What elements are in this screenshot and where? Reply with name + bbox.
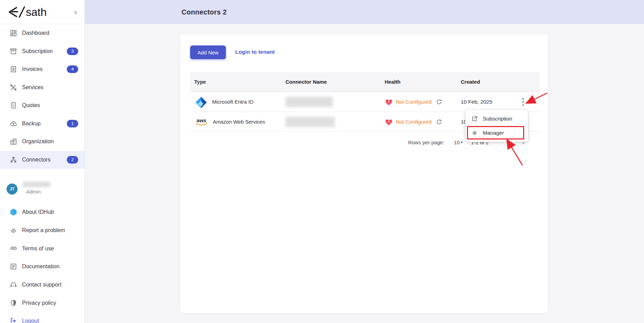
organization-icon: [9, 137, 18, 146]
shield-icon: [9, 299, 18, 307]
aws-logo: aws: [194, 116, 209, 128]
column-header-health: Health: [385, 79, 461, 85]
table-row: Microsoft Entra ID Not Configured 10 Feb…: [190, 92, 540, 112]
microsoft-entra-id-logo: [194, 95, 208, 109]
services-icon: [9, 83, 18, 92]
aws-logo-text: aws: [197, 117, 206, 123]
documentation-icon: [9, 262, 18, 271]
sidebar-footer-nav: About IDHub Report a problem Terms of us…: [0, 203, 84, 323]
sidebar-item-label: Privacy policy: [22, 300, 78, 306]
health-status: Not Configured: [396, 119, 432, 125]
column-header-created: Created: [461, 79, 521, 85]
redacted-connector-name: [285, 97, 333, 107]
idhub-hexagon-icon: [9, 208, 18, 216]
sidebar: sath ‹ Dashboard Subscription 3: [0, 0, 85, 323]
sidebar-item-label: Report a problem: [22, 227, 78, 233]
connectors-icon: [9, 156, 18, 164]
sath-logo: sath: [6, 4, 58, 20]
sidebar-item-invoices[interactable]: Invoices 4: [0, 60, 84, 79]
rows-per-page-value[interactable]: 10: [454, 139, 460, 145]
backup-icon: [9, 119, 18, 128]
sidebar-item-contact-support[interactable]: Contact support: [0, 276, 84, 294]
backup-count-badge: 1: [67, 120, 78, 127]
sidebar-item-services[interactable]: Services: [0, 79, 84, 97]
rows-per-page-caret-icon[interactable]: ▾: [461, 140, 463, 145]
sidebar-item-label: Invoices: [22, 66, 67, 72]
user-role: Admin: [23, 189, 50, 195]
add-new-button[interactable]: Add New: [190, 45, 226, 59]
annotation-highlight-box: [467, 126, 524, 139]
sidebar-item-logout[interactable]: Logout: [0, 312, 84, 323]
sidebar-item-label: Logout: [22, 318, 78, 323]
sidebar-item-connectors[interactable]: Connectors 2: [0, 151, 84, 169]
sidebar-item-label: Quotes: [22, 102, 78, 108]
invoices-count-badge: 4: [67, 65, 78, 73]
bug-icon: [9, 226, 18, 235]
sidebar-item-label: Organization: [22, 138, 78, 145]
sidebar-item-label: Dashboard: [22, 30, 78, 36]
sidebar-item-backup[interactable]: Backup 1: [0, 115, 84, 133]
redacted-connector-name: [285, 117, 335, 127]
logout-icon: [9, 317, 18, 323]
refresh-icon[interactable]: [436, 118, 443, 125]
sidebar-item-quotes[interactable]: $ Quotes: [0, 96, 84, 115]
avatar: JT: [7, 184, 18, 195]
sidebar-item-dashboard[interactable]: Dashboard: [0, 24, 84, 42]
sidebar-item-privacy-policy[interactable]: Privacy policy: [0, 294, 84, 312]
sidebar-collapse-icon[interactable]: ‹: [74, 8, 77, 17]
subscription-count-badge: 3: [67, 48, 78, 55]
sidebar-item-organization[interactable]: Organization: [0, 133, 84, 151]
menu-item-subscription[interactable]: Subscription: [466, 112, 528, 126]
sidebar-item-terms[interactable]: Terms of use: [0, 239, 84, 258]
subscription-icon: [9, 47, 18, 55]
rows-per-page-label: Rows per page:: [408, 139, 444, 145]
sidebar-item-about-idhub[interactable]: About IDHub: [0, 203, 84, 221]
connectors-card: Add New Login to tenant Type Connector N…: [180, 34, 548, 313]
open-in-new-icon: [471, 115, 478, 122]
sidebar-item-label: Contact support: [22, 282, 78, 288]
sidebar-item-subscription[interactable]: Subscription 3: [0, 42, 84, 61]
sidebar-item-label: Backup: [22, 121, 67, 127]
sidebar-item-label: Subscription: [22, 48, 67, 54]
menu-item-label: Subscription: [483, 116, 512, 122]
column-header-connector-name: Connector Name: [285, 79, 385, 85]
column-header-type: Type: [190, 79, 285, 85]
sidebar-item-label: Connectors: [22, 157, 67, 163]
headset-icon: [9, 281, 18, 289]
broken-heart-icon: [385, 118, 393, 126]
connector-type-label: Microsoft Entra ID: [212, 99, 253, 105]
connectors-count-badge: 2: [67, 156, 78, 164]
user-profile[interactable]: JT Admin: [0, 184, 84, 199]
sidebar-item-label: Documentation: [22, 263, 78, 270]
sath-logo-text: sath: [26, 6, 46, 18]
quotes-icon: $: [9, 101, 18, 110]
created-date: 10 Feb, 2025: [461, 99, 521, 105]
redacted-user-name: [23, 181, 50, 187]
sidebar-nav: Dashboard Subscription 3 Invoices 4: [0, 24, 84, 169]
sidebar-item-report-problem[interactable]: Report a problem: [0, 221, 84, 240]
sidebar-item-label: Terms of use: [22, 246, 78, 252]
row-actions-kebab-icon[interactable]: [521, 97, 526, 107]
connector-type-label: Amazon Web Services: [213, 119, 265, 125]
sidebar-item-label: Services: [22, 84, 78, 91]
top-header: Connectors 2: [85, 0, 644, 24]
broken-heart-icon: [385, 98, 393, 106]
sidebar-item-documentation[interactable]: Documentation: [0, 258, 84, 276]
dashboard-icon: [9, 29, 18, 37]
login-to-tenant-link[interactable]: Login to tenant: [235, 49, 275, 55]
refresh-icon[interactable]: [436, 98, 443, 105]
page-title: Connectors 2: [181, 8, 227, 16]
sidebar-item-label: About IDHub: [22, 209, 78, 215]
health-status: Not Configured: [396, 99, 432, 105]
table-header-row: Type Connector Name Health Created: [190, 72, 540, 92]
svg-text:$: $: [12, 103, 14, 107]
logo-row: sath ‹: [0, 0, 84, 24]
invoices-icon: [9, 65, 18, 73]
handshake-icon: [9, 244, 18, 253]
